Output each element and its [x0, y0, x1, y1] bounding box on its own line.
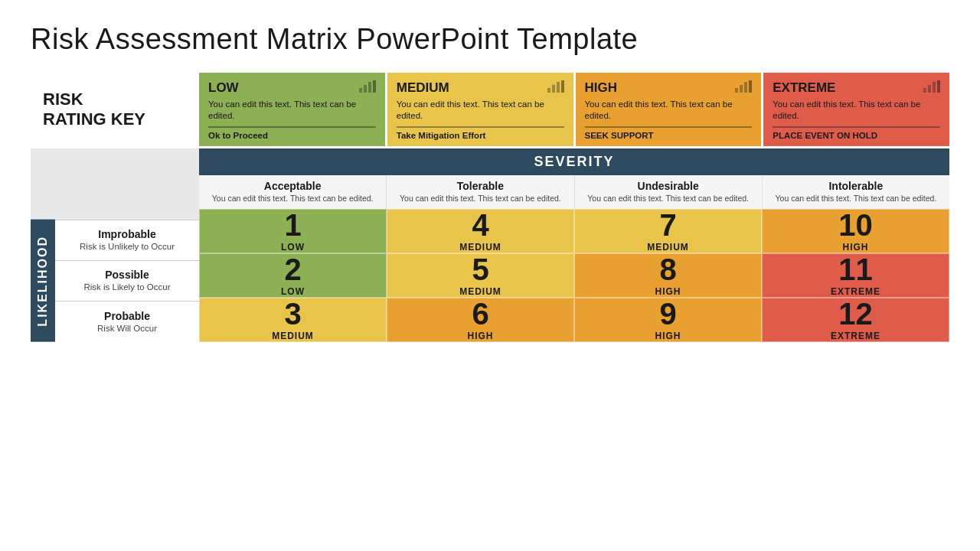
- svg-rect-14: [933, 82, 936, 93]
- matrix-grid: 1 LOW 4 MEDIUM 7 MEDIUM 10 HIGH 2 LOW 5 …: [199, 209, 949, 342]
- severity-col-desc: You can edit this text. This text can be…: [205, 194, 380, 204]
- cell-label: LOW: [281, 286, 305, 297]
- svg-rect-0: [359, 88, 362, 93]
- rating-card-extreme: EXTREME You can edit this text. This tex…: [763, 73, 949, 146]
- matrix-row: 1 LOW 4 MEDIUM 7 MEDIUM 10 HIGH: [199, 209, 949, 253]
- likelihood-label-box: LIKELIHOOD Improbable Risk is Unlikely t…: [31, 220, 199, 342]
- severity-col-header: Undesirable You can edit this text. This…: [575, 175, 763, 209]
- matrix-row: 3 MEDIUM 6 HIGH 9 HIGH 12 EXTREME: [199, 298, 949, 342]
- rating-card-low: LOW You can edit this text. This text ca…: [199, 73, 385, 146]
- severity-labels-row: Acceptable You can edit this text. This …: [199, 175, 949, 209]
- severity-col-title: Undesirable: [581, 180, 756, 192]
- likelihood-row-title: Improbable: [98, 228, 155, 240]
- main-content: RISKRATING KEY LOW You can edit this tex…: [31, 73, 949, 342]
- cell-label: MEDIUM: [459, 242, 501, 253]
- cell-number: 4: [472, 210, 488, 240]
- matrix-section: LIKELIHOOD Improbable Risk is Unlikely t…: [31, 148, 949, 342]
- severity-col-desc: You can edit this text. This text can be…: [581, 194, 756, 204]
- matrix-cell: 11 EXTREME: [762, 253, 949, 298]
- svg-rect-12: [923, 88, 926, 93]
- matrix-cell: 3 MEDIUM: [199, 298, 387, 342]
- cell-number: 7: [659, 210, 676, 240]
- cell-label: HIGH: [843, 242, 869, 253]
- rating-card-desc: You can edit this text. This text can be…: [585, 99, 753, 122]
- cell-number: 10: [838, 210, 873, 240]
- likelihood-row: Improbable Risk is Unlikely to Occur: [55, 220, 199, 261]
- svg-rect-11: [749, 80, 752, 93]
- likelihood-row-title: Probable: [104, 310, 150, 322]
- rating-card-divider: [397, 126, 564, 128]
- page-title: Risk Assessment Matrix PowerPoint Templa…: [31, 23, 949, 56]
- rating-card-desc: You can edit this text. This text can be…: [397, 99, 564, 122]
- svg-rect-13: [928, 85, 931, 93]
- rating-card-action: PLACE EVENT ON HOLD: [773, 131, 940, 140]
- likelihood-row: Possible Risk is Likely to Occur: [55, 261, 199, 302]
- cell-label: MEDIUM: [647, 242, 689, 253]
- svg-rect-4: [547, 88, 550, 93]
- cell-number: 6: [472, 298, 488, 329]
- rating-card-divider: [585, 126, 753, 128]
- severity-col-desc: You can edit this text. This text can be…: [393, 194, 567, 204]
- bar-chart-icon: [923, 80, 940, 96]
- severity-col-desc: You can edit this text. This text can be…: [769, 194, 943, 204]
- rating-card-header: HIGH: [585, 80, 753, 96]
- matrix-cell: 6 HIGH: [387, 298, 574, 342]
- rating-card-medium: MEDIUM You can edit this text. This text…: [387, 73, 573, 146]
- severity-col-header: Intolerable You can edit this text. This…: [763, 175, 949, 209]
- cell-label: HIGH: [655, 331, 681, 341]
- severity-col-title: Acceptable: [205, 180, 380, 192]
- svg-rect-10: [744, 82, 747, 93]
- severity-col-title: Intolerable: [769, 180, 943, 192]
- cell-label: MEDIUM: [459, 286, 501, 297]
- severity-header: SEVERITY: [199, 148, 949, 175]
- rating-card-desc: You can edit this text. This text can be…: [208, 99, 376, 122]
- cell-label: HIGH: [468, 331, 494, 341]
- likelihood-col: LIKELIHOOD Improbable Risk is Unlikely t…: [31, 148, 199, 342]
- svg-rect-2: [368, 82, 371, 93]
- matrix-cell: 2 LOW: [199, 253, 387, 298]
- matrix-right: SEVERITY Acceptable You can edit this te…: [199, 148, 949, 342]
- rating-card-divider: [773, 126, 940, 128]
- likelihood-vertical-label: LIKELIHOOD: [31, 220, 55, 342]
- svg-rect-5: [552, 85, 555, 93]
- rating-card-action: Ok to Proceed: [208, 131, 376, 140]
- bar-chart-icon: [735, 80, 752, 96]
- rating-key-label: RISKRATING KEY: [31, 73, 199, 146]
- cell-number: 5: [472, 254, 488, 285]
- matrix-cell: 4 MEDIUM: [387, 209, 574, 253]
- likelihood-row-sub: Risk is Unlikely to Occur: [80, 242, 175, 253]
- severity-col-header: Tolerable You can edit this text. This t…: [387, 175, 574, 209]
- cell-number: 9: [659, 298, 676, 329]
- matrix-cell: 8 HIGH: [574, 253, 762, 298]
- severity-col-header: Acceptable You can edit this text. This …: [199, 175, 387, 209]
- rating-key-label-text: RISKRATING KEY: [43, 90, 145, 130]
- bar-chart-icon: [547, 80, 564, 96]
- rating-card-header: EXTREME: [773, 80, 940, 96]
- cell-label: EXTREME: [831, 286, 880, 297]
- likelihood-row-sub: Risk Will Occur: [97, 324, 157, 334]
- rating-key-row: RISKRATING KEY LOW You can edit this tex…: [31, 73, 949, 146]
- matrix-cell: 12 EXTREME: [762, 298, 949, 342]
- matrix-cell: 5 MEDIUM: [387, 253, 574, 298]
- rating-card-header: MEDIUM: [397, 80, 564, 96]
- rating-card-high: HIGH You can edit this text. This text c…: [576, 73, 762, 146]
- rating-card-title: MEDIUM: [397, 80, 449, 96]
- rating-card-divider: [208, 126, 376, 128]
- rating-card-header: LOW: [208, 80, 376, 96]
- top-left-spacer: [31, 148, 199, 220]
- likelihood-row: Probable Risk Will Occur: [55, 302, 199, 341]
- rating-card-title: EXTREME: [773, 80, 835, 96]
- svg-rect-7: [561, 80, 564, 93]
- cell-number: 1: [284, 210, 301, 240]
- rating-cards: LOW You can edit this text. This text ca…: [199, 73, 949, 146]
- cell-number: 11: [838, 254, 873, 285]
- severity-col-title: Tolerable: [393, 180, 567, 192]
- cell-number: 8: [659, 254, 676, 285]
- rating-card-title: HIGH: [585, 80, 618, 96]
- cell-label: HIGH: [655, 286, 681, 297]
- likelihood-rows: Improbable Risk is Unlikely to Occur Pos…: [55, 220, 199, 342]
- matrix-row: 2 LOW 5 MEDIUM 8 HIGH 11 EXTREME: [199, 253, 949, 298]
- cell-label: MEDIUM: [272, 331, 314, 341]
- cell-number: 2: [284, 254, 301, 285]
- likelihood-row-title: Possible: [105, 269, 149, 281]
